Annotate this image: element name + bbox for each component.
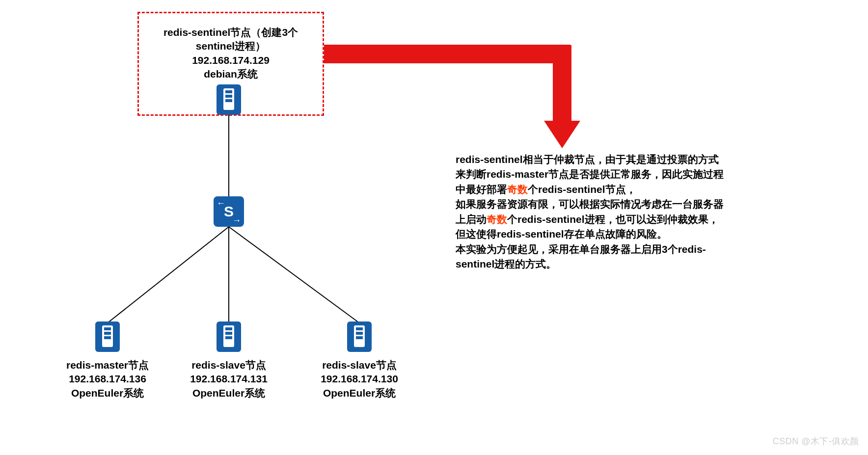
explain-odd1: 奇数: [507, 184, 528, 195]
master-title: redis-master节点: [66, 359, 149, 371]
svg-line-2: [108, 227, 229, 323]
sentinel-ip: 192.168.174.129: [192, 54, 270, 66]
master-ip: 192.168.174.136: [69, 373, 146, 384]
explain-p1b: 个redis-sentinel节点，: [528, 184, 636, 195]
svg-marker-7: [544, 121, 580, 148]
sentinel-label: redis-sentinel节点（创建3个sentinel进程） 192.168…: [147, 26, 314, 81]
slave2-os: OpenEuler系统: [323, 387, 396, 399]
diagram-root: redis-sentinel节点（创建3个sentinel进程） 192.168…: [0, 0, 868, 455]
slave2-ip: 192.168.174.130: [321, 373, 398, 384]
red-arrow: [324, 45, 580, 148]
explain-odd2: 奇数: [487, 214, 507, 225]
svg-line-4: [229, 227, 359, 323]
master-os: OpenEuler系统: [71, 387, 144, 399]
explanation-text: redis-sentinel相当于仲裁节点，由于其是通过投票的方式来判断redi…: [456, 152, 726, 272]
slave2-title: redis-slave节点: [322, 359, 397, 371]
arrow-right-icon: →: [232, 215, 241, 226]
slave2-label: redis-slave节点 192.168.174.130 OpenEuler系…: [296, 358, 423, 400]
server-icon-slave2: [347, 321, 372, 352]
sentinel-os: debian系统: [204, 68, 258, 80]
slave1-title: redis-slave节点: [191, 359, 266, 371]
explain-p3: 本实验为方便起见，采用在单台服务器上启用3个redis-sentinel进程的方…: [456, 243, 706, 269]
server-icon-sentinel: [217, 84, 241, 115]
server-icon-slave1: [217, 321, 241, 352]
slave1-os: OpenEuler系统: [192, 387, 265, 399]
master-label: redis-master节点 192.168.174.136 OpenEuler…: [44, 358, 171, 400]
slave1-label: redis-slave节点 192.168.174.131 OpenEuler系…: [165, 358, 293, 400]
switch-icon: ← S →: [214, 196, 244, 227]
slave1-ip: 192.168.174.131: [190, 373, 268, 384]
watermark: CSDN @木下-俱欢颜: [773, 435, 859, 447]
sentinel-title: redis-sentinel节点（创建3个sentinel进程）: [163, 27, 298, 52]
server-icon-master: [95, 321, 120, 352]
